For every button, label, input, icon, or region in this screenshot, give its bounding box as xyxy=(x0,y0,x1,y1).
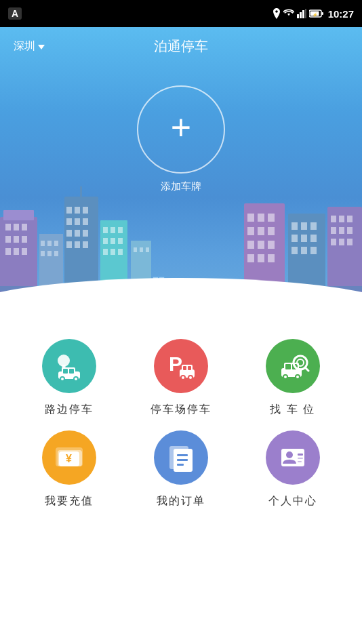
svg-rect-28 xyxy=(75,207,80,214)
svg-rect-81 xyxy=(301,222,307,230)
svg-rect-24 xyxy=(47,251,52,256)
svg-rect-142 xyxy=(298,454,303,456)
app-title: 泊通停车 xyxy=(154,37,208,56)
svg-rect-76 xyxy=(247,254,254,262)
svg-rect-95 xyxy=(347,227,353,234)
svg-rect-42 xyxy=(110,227,115,233)
svg-rect-35 xyxy=(83,230,88,237)
status-icons: ⚡ 10:27 xyxy=(273,8,354,20)
svg-rect-73 xyxy=(247,241,254,249)
svg-rect-46 xyxy=(118,238,123,244)
main-content: 路边停车 P 停车场停车 xyxy=(0,312,362,536)
profile-icon-circle xyxy=(266,430,320,485)
add-plate-button[interactable]: + xyxy=(137,85,225,174)
svg-rect-122 xyxy=(285,364,291,369)
svg-rect-98 xyxy=(347,239,353,245)
svg-rect-71 xyxy=(258,227,264,235)
svg-rect-78 xyxy=(268,254,275,262)
orders-label: 我的订单 xyxy=(157,494,205,508)
svg-rect-49 xyxy=(118,249,123,255)
svg-rect-97 xyxy=(339,239,344,245)
roadside-label: 路边停车 xyxy=(45,403,94,417)
svg-rect-92 xyxy=(347,216,353,222)
svg-rect-31 xyxy=(75,218,80,225)
svg-rect-68 xyxy=(258,214,264,222)
add-plate-label: 添加车牌 xyxy=(161,180,201,193)
carrier-indicator: A xyxy=(8,7,22,20)
find-space-label: 找 车 位 xyxy=(270,403,315,417)
svg-rect-80 xyxy=(291,222,298,230)
svg-rect-41 xyxy=(103,227,108,233)
header-area: 深圳 泊通停车 + 添加车牌 xyxy=(0,27,362,312)
svg-rect-13 xyxy=(5,236,11,243)
svg-point-108 xyxy=(61,378,64,380)
svg-rect-9 xyxy=(3,210,34,220)
plus-icon: + xyxy=(171,110,191,145)
parking-lot-label: 停车场停车 xyxy=(150,403,212,417)
recharge-icon-circle: ¥ xyxy=(42,430,96,485)
svg-rect-3 xyxy=(305,9,306,18)
svg-rect-93 xyxy=(331,227,336,234)
svg-point-127 xyxy=(296,376,299,378)
svg-rect-88 xyxy=(310,247,317,254)
svg-text:⚡: ⚡ xyxy=(312,12,317,18)
svg-rect-138 xyxy=(177,459,188,461)
svg-rect-36 xyxy=(66,241,72,248)
svg-rect-106 xyxy=(69,369,74,374)
menu-item-recharge[interactable]: ¥ 我要充值 xyxy=(14,430,125,508)
svg-rect-29 xyxy=(83,207,88,214)
add-plate-container: + 添加车牌 xyxy=(0,85,362,193)
svg-rect-6 xyxy=(321,12,323,15)
svg-rect-90 xyxy=(331,216,336,222)
svg-rect-11 xyxy=(14,224,19,230)
svg-rect-94 xyxy=(339,227,344,234)
svg-rect-25 xyxy=(54,251,58,256)
svg-rect-70 xyxy=(247,227,254,235)
svg-rect-38 xyxy=(83,241,88,248)
svg-rect-82 xyxy=(310,222,317,230)
svg-rect-75 xyxy=(268,241,275,249)
city-name: 深圳 xyxy=(14,39,35,54)
svg-rect-74 xyxy=(258,241,264,249)
menu-item-orders[interactable]: 我的订单 xyxy=(125,430,237,508)
find-space-icon-circle xyxy=(266,339,320,393)
svg-rect-77 xyxy=(258,254,264,262)
parking-lot-icon-circle: P xyxy=(154,339,208,393)
svg-text:¥: ¥ xyxy=(66,453,72,464)
svg-rect-22 xyxy=(54,241,58,246)
svg-rect-14 xyxy=(14,236,19,243)
menu-item-find-space[interactable]: 找 车 位 xyxy=(237,339,348,417)
svg-rect-105 xyxy=(63,369,68,374)
svg-rect-139 xyxy=(177,464,184,466)
svg-point-117 xyxy=(182,376,184,379)
status-bar: A ⚡ 10:27 xyxy=(0,0,362,27)
svg-rect-21 xyxy=(47,241,52,246)
menu-item-profile[interactable]: 个人中心 xyxy=(237,430,348,508)
skyline-illustration xyxy=(0,176,362,312)
svg-rect-23 xyxy=(41,251,45,256)
svg-rect-45 xyxy=(110,238,115,244)
time-display: 10:27 xyxy=(328,8,354,20)
svg-point-125 xyxy=(284,376,287,378)
svg-rect-53 xyxy=(146,247,149,252)
orders-icon-circle xyxy=(154,430,208,485)
menu-item-parking-lot[interactable]: P 停车场停车 xyxy=(125,339,237,417)
svg-rect-51 xyxy=(134,247,137,252)
roadside-icon-circle xyxy=(42,339,96,393)
svg-rect-1 xyxy=(300,12,302,18)
svg-rect-86 xyxy=(291,247,298,254)
svg-rect-43 xyxy=(118,227,123,233)
svg-rect-10 xyxy=(5,224,11,230)
svg-rect-16 xyxy=(5,248,11,255)
svg-rect-48 xyxy=(110,249,115,255)
svg-rect-37 xyxy=(75,241,80,248)
svg-rect-17 xyxy=(14,248,19,255)
svg-point-141 xyxy=(286,451,293,458)
svg-rect-144 xyxy=(298,461,302,462)
svg-rect-96 xyxy=(331,239,336,245)
svg-rect-0 xyxy=(297,14,299,18)
top-nav: 深圳 泊通停车 xyxy=(0,27,362,65)
svg-rect-15 xyxy=(22,236,27,243)
menu-item-roadside[interactable]: 路边停车 xyxy=(14,339,125,417)
city-selector[interactable]: 深圳 xyxy=(14,39,45,54)
